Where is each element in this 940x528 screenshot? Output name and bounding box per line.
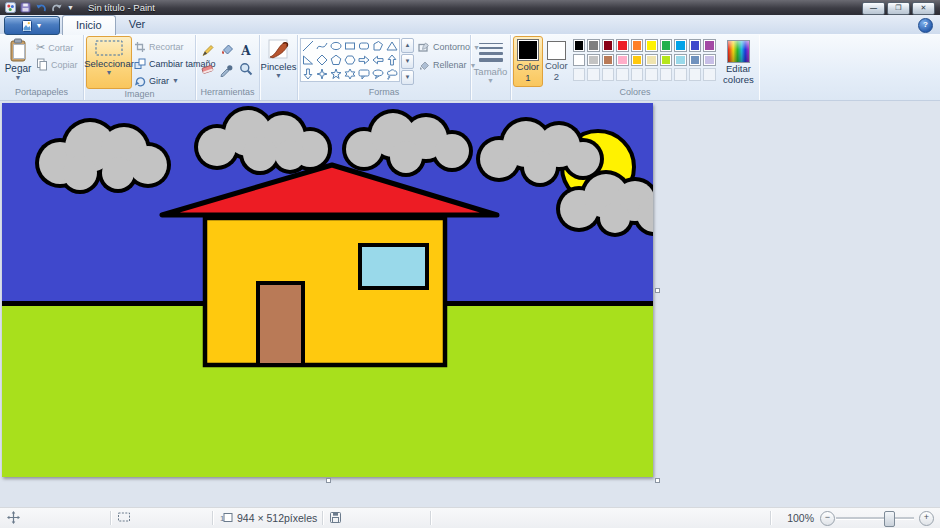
palette-empty-slot[interactable] xyxy=(573,68,586,81)
zoom-slider-thumb[interactable] xyxy=(884,511,895,527)
palette-empty-slot[interactable] xyxy=(674,68,687,81)
palette-empty-slot[interactable] xyxy=(703,68,716,81)
palette-swatch[interactable] xyxy=(573,39,586,52)
eraser-tool-button[interactable] xyxy=(198,59,217,78)
shape-rectangle[interactable] xyxy=(343,39,357,53)
edit-colors-button[interactable]: Editar colores xyxy=(720,36,757,87)
cloud-4 xyxy=(524,151,556,183)
shape-pentagon[interactable] xyxy=(329,53,343,67)
resize-handle-bottom[interactable] xyxy=(326,478,331,483)
fill-tool-button[interactable] xyxy=(217,40,236,59)
zoom-slider[interactable] xyxy=(836,517,914,520)
palette-empty-slot[interactable] xyxy=(616,68,629,81)
shape-callout-cloud[interactable] xyxy=(385,67,399,81)
minimize-button[interactable]: — xyxy=(862,2,885,15)
shapes-scroll-down[interactable]: ▼ xyxy=(401,54,414,69)
canvas-drawing[interactable] xyxy=(2,103,653,477)
shape-star-six[interactable] xyxy=(343,67,357,81)
tab-ver[interactable]: Ver xyxy=(116,15,159,34)
shape-triangle[interactable] xyxy=(385,39,399,53)
palette-swatch[interactable] xyxy=(645,39,658,52)
text-icon: A xyxy=(238,42,254,58)
palette-swatch[interactable] xyxy=(689,54,702,67)
dropdown-caret: ▼ xyxy=(172,77,179,84)
close-button[interactable]: ✕ xyxy=(912,2,935,15)
group-image: Seleccionar ▼ Recortar Cambiar tamaño xyxy=(84,34,196,100)
brushes-button[interactable]: Pinceles ▼ xyxy=(261,36,297,87)
help-icon[interactable]: ? xyxy=(918,18,933,33)
copy-button[interactable]: Copiar xyxy=(36,56,78,73)
palette-swatch[interactable] xyxy=(660,39,673,52)
cloud-3 xyxy=(435,134,469,168)
palette-swatch[interactable] xyxy=(631,39,644,52)
palette-swatch[interactable] xyxy=(616,54,629,67)
paste-button[interactable]: Pegar ▼ xyxy=(2,36,34,87)
size-button[interactable]: Tamaño ▼ xyxy=(473,36,509,87)
shape-hexagon[interactable] xyxy=(343,53,357,67)
rotate-icon xyxy=(134,75,146,87)
palette-swatch[interactable] xyxy=(573,54,586,67)
palette-swatch[interactable] xyxy=(703,39,716,52)
palette-swatch[interactable] xyxy=(602,54,615,67)
zoom-out-button[interactable]: − xyxy=(820,511,835,526)
palette-swatch[interactable] xyxy=(587,54,600,67)
color1-swatch xyxy=(517,39,539,61)
shape-polygon[interactable] xyxy=(371,39,385,53)
drawing-canvas[interactable] xyxy=(2,103,653,477)
pencil-tool-button[interactable] xyxy=(198,40,217,59)
color-picker-tool-button[interactable] xyxy=(217,59,236,78)
shape-arrow-up[interactable] xyxy=(385,53,399,67)
shapes-overflow[interactable]: ▼ xyxy=(401,70,414,85)
palette-empty-slot[interactable] xyxy=(660,68,673,81)
palette-swatch[interactable] xyxy=(645,54,658,67)
text-tool-button[interactable]: A xyxy=(236,40,255,59)
shape-arrow-left[interactable] xyxy=(371,53,385,67)
redo-icon[interactable] xyxy=(51,2,63,13)
tab-inicio[interactable]: Inicio xyxy=(62,15,116,35)
zoom-level: 100% xyxy=(787,512,814,524)
palette-empty-slot[interactable] xyxy=(602,68,615,81)
shape-ellipse[interactable] xyxy=(329,39,343,53)
palette-swatch[interactable] xyxy=(689,39,702,52)
palette-swatch[interactable] xyxy=(703,54,716,67)
shape-line[interactable] xyxy=(301,39,315,53)
cloud-3 xyxy=(390,141,422,173)
palette-empty-slot[interactable] xyxy=(645,68,658,81)
shape-curve[interactable] xyxy=(315,39,329,53)
shape-rounded-rectangle[interactable] xyxy=(357,39,371,53)
shape-star-five[interactable] xyxy=(329,67,343,81)
resize-handle-right[interactable] xyxy=(655,288,660,293)
color1-button[interactable]: Color 1 xyxy=(513,36,543,87)
palette-swatch[interactable] xyxy=(631,54,644,67)
palette-swatch[interactable] xyxy=(602,39,615,52)
shape-diamond[interactable] xyxy=(315,53,329,67)
shape-arrow-right[interactable] xyxy=(357,53,371,67)
magnifier-tool-button[interactable] xyxy=(236,59,255,78)
application-menu-button[interactable]: ▼ xyxy=(4,16,60,35)
cut-button[interactable]: ✂ Cortar xyxy=(36,39,78,56)
palette-empty-slot[interactable] xyxy=(689,68,702,81)
qat-customize-caret[interactable]: ▼ xyxy=(67,4,74,11)
maximize-button[interactable]: ❐ xyxy=(887,2,910,15)
app-icon[interactable] xyxy=(5,2,16,13)
palette-swatch[interactable] xyxy=(587,39,600,52)
palette-empty-slot[interactable] xyxy=(587,68,600,81)
palette-swatch[interactable] xyxy=(674,39,687,52)
save-icon[interactable] xyxy=(20,2,31,13)
color2-button[interactable]: Color 2 xyxy=(544,36,569,87)
house-door xyxy=(258,283,303,365)
shape-callout-rounded[interactable] xyxy=(357,67,371,81)
palette-swatch[interactable] xyxy=(674,54,687,67)
resize-handle-corner[interactable] xyxy=(655,478,660,483)
shape-star-four[interactable] xyxy=(315,67,329,81)
palette-swatch[interactable] xyxy=(616,39,629,52)
select-button[interactable]: Seleccionar ▼ xyxy=(86,36,132,89)
zoom-in-button[interactable]: + xyxy=(919,511,934,526)
shapes-scroll-up[interactable]: ▲ xyxy=(401,38,414,53)
undo-icon[interactable] xyxy=(35,2,47,13)
shape-arrow-down[interactable] xyxy=(301,67,315,81)
shape-callout-oval[interactable] xyxy=(371,67,385,81)
palette-swatch[interactable] xyxy=(660,54,673,67)
shape-right-triangle[interactable] xyxy=(301,53,315,67)
palette-empty-slot[interactable] xyxy=(631,68,644,81)
